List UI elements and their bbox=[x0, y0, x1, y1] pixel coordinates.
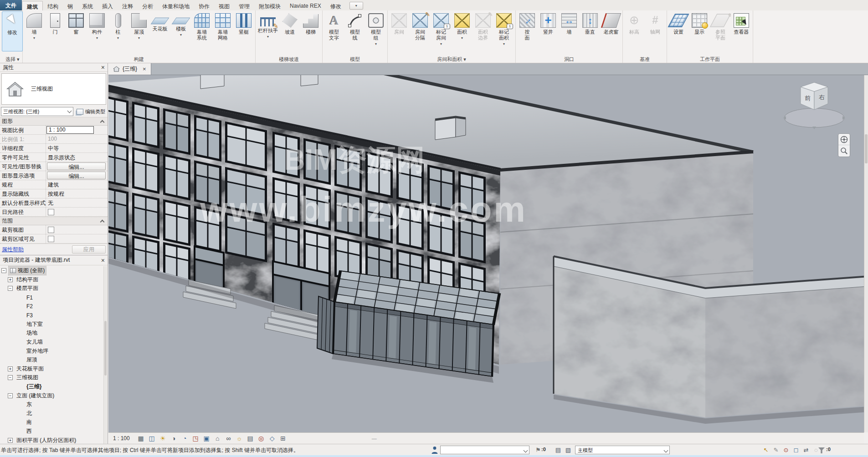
ribbon-button[interactable]: 门 bbox=[45, 11, 66, 54]
apply-button[interactable]: 应用 bbox=[72, 245, 106, 254]
crop-view-icon[interactable]: ◳ bbox=[191, 434, 200, 443]
property-value[interactable]: 100 bbox=[46, 135, 108, 143]
property-section-header[interactable]: 图形 bbox=[0, 117, 108, 126]
type-selector-dropdown[interactable]: 三维视图: {三维} bbox=[1, 107, 73, 116]
browser-tree-item[interactable]: 三维视图 bbox=[0, 373, 108, 382]
browser-tree-item[interactable]: 楼层平面 bbox=[0, 284, 108, 293]
close-icon[interactable] bbox=[101, 257, 105, 264]
browser-tree-item[interactable]: 地下室 bbox=[0, 320, 108, 329]
3d-model-view[interactable]: BIM资源网 www.bimzyw.com bbox=[108, 75, 864, 432]
ribbon-button[interactable]: 按 面 bbox=[517, 11, 538, 54]
view-lock-icon[interactable]: ⌂ bbox=[213, 434, 222, 443]
ribbon-button[interactable]: 楼梯 bbox=[300, 11, 321, 54]
design-option-dropdown[interactable]: 主模型 bbox=[575, 446, 670, 454]
file-menu-tab[interactable]: 文件 bbox=[0, 0, 22, 10]
scrollbar-thumb[interactable] bbox=[865, 134, 868, 163]
ribbon-tab[interactable]: 附加模块 bbox=[254, 1, 285, 10]
ribbon-tab[interactable]: 结构 bbox=[43, 1, 63, 10]
active-workset-dropdown[interactable] bbox=[440, 446, 529, 454]
ribbon-button[interactable]: 窗 bbox=[66, 11, 87, 54]
ribbon-button[interactable]: 轴网 bbox=[645, 11, 666, 54]
ribbon-button[interactable]: 坡道 bbox=[279, 11, 300, 54]
tree-expander-icon[interactable] bbox=[8, 393, 13, 398]
ribbon-panel-label[interactable]: 洞口 bbox=[517, 55, 621, 63]
browser-tree-item[interactable]: 视图 (全部) bbox=[0, 266, 108, 275]
select-pinned-elements-icon[interactable]: ⊙ bbox=[782, 446, 790, 454]
detail-level-icon[interactable]: ▦ bbox=[137, 434, 145, 443]
background-processes-icon[interactable]: ◌ bbox=[812, 446, 820, 454]
rendering-dialog-icon[interactable]: ◔ bbox=[180, 434, 189, 443]
ribbon-button[interactable]: 屋顶 bbox=[128, 11, 149, 54]
browser-tree-item[interactable]: F2 bbox=[0, 302, 108, 311]
worksharing-display-icon[interactable]: ◎ bbox=[257, 434, 266, 443]
scrollbar-splitter-handle[interactable]: — bbox=[372, 436, 377, 441]
temporary-hide-isolate-icon[interactable]: ∞ bbox=[224, 434, 233, 443]
property-value[interactable]: 按规程 bbox=[46, 189, 108, 198]
ribbon-tab[interactable]: 系统 bbox=[77, 1, 98, 10]
property-value[interactable] bbox=[46, 208, 108, 216]
ribbon-tab[interactable]: 体量和场地 bbox=[158, 1, 194, 10]
view-scale-button[interactable]: 1 : 100 bbox=[113, 435, 130, 442]
ribbon-button[interactable]: 竖井 bbox=[538, 11, 559, 54]
ribbon-button[interactable]: 墙 bbox=[559, 11, 580, 54]
property-value[interactable]: 建筑 bbox=[46, 180, 108, 189]
close-view-icon[interactable] bbox=[143, 66, 146, 72]
ribbon-panel-label-select[interactable]: 选择 ▾ bbox=[2, 55, 21, 63]
ribbon-button[interactable]: 幕墙 系统 bbox=[191, 11, 212, 54]
close-icon[interactable] bbox=[101, 64, 105, 71]
browser-tree-item[interactable]: 室外地坪 bbox=[0, 346, 108, 355]
ribbon-button[interactable]: 设置 bbox=[668, 11, 689, 54]
property-value[interactable] bbox=[46, 225, 108, 234]
viewcube[interactable]: 前 右 bbox=[780, 78, 848, 132]
browser-tree-item[interactable]: 女儿墙 bbox=[0, 338, 108, 347]
modify-button[interactable]: 修改 bbox=[2, 11, 23, 51]
property-value[interactable]: 显示原状态 bbox=[46, 153, 108, 162]
reveal-hidden-elements-icon[interactable]: ☼ bbox=[235, 434, 244, 443]
ribbon-button[interactable]: 房间 bbox=[389, 11, 410, 54]
property-value[interactable]: 1 : 100 bbox=[46, 126, 94, 134]
ribbon-button[interactable]: 楼板 bbox=[170, 11, 191, 54]
property-value[interactable]: 中等 bbox=[46, 144, 108, 152]
viewcube-compass-ring[interactable] bbox=[784, 108, 844, 127]
ribbon-button[interactable]: 模型 文字 bbox=[324, 11, 344, 54]
ribbon-button[interactable]: 栏杆扶手 bbox=[257, 11, 279, 54]
ribbon-tab[interactable]: 协作 bbox=[194, 1, 214, 10]
ribbon-button[interactable]: 模型 组 bbox=[365, 11, 386, 54]
browser-tree-item[interactable]: 东 bbox=[0, 400, 108, 409]
ribbon-button[interactable]: 面积 边界 bbox=[473, 11, 493, 54]
tree-expander-icon[interactable] bbox=[1, 268, 6, 273]
browser-tree-item[interactable]: 屋顶 bbox=[0, 355, 108, 365]
ribbon-tab[interactable]: 注释 bbox=[118, 1, 138, 10]
browser-tree-item[interactable]: 西 bbox=[0, 427, 108, 436]
browser-tree-item[interactable]: 天花板平面 bbox=[0, 365, 108, 374]
browser-tree-item[interactable]: {三维} bbox=[0, 382, 108, 391]
ribbon-button[interactable]: 标记 房间 bbox=[431, 11, 452, 54]
ribbon-button[interactable]: 墙 bbox=[24, 11, 45, 54]
ribbon-button[interactable]: 垂直 bbox=[580, 11, 601, 54]
type-preview[interactable]: 三维视图 bbox=[1, 73, 106, 105]
ribbon-button[interactable]: 竖梃 bbox=[233, 11, 254, 54]
properties-help-link[interactable]: 属性帮助 bbox=[2, 246, 24, 254]
tree-expander-icon[interactable] bbox=[8, 366, 13, 371]
tree-expander-icon[interactable] bbox=[8, 277, 13, 282]
shadows-icon[interactable]: ◑ bbox=[169, 434, 178, 443]
ribbon-tab[interactable]: 修改 bbox=[326, 1, 346, 10]
ribbon-panel-label[interactable]: 基准 bbox=[624, 55, 666, 63]
browser-tree-item[interactable]: 北 bbox=[0, 409, 108, 418]
ribbon-button[interactable]: 标记 面积 bbox=[493, 11, 514, 54]
ribbon-tab[interactable]: 钢 bbox=[63, 1, 77, 10]
constraints-icon[interactable]: ⊞ bbox=[279, 434, 288, 443]
navigation-wheel-button[interactable] bbox=[838, 134, 850, 145]
ribbon-tab[interactable]: 插入 bbox=[98, 1, 118, 10]
select-links-icon[interactable]: ↖ bbox=[762, 446, 770, 454]
ribbon-tab[interactable]: 建筑 bbox=[22, 1, 43, 10]
ribbon-button[interactable]: 天花板 bbox=[149, 11, 170, 54]
property-value[interactable] bbox=[46, 234, 108, 243]
ribbon-panel-label[interactable]: 楼梯坡道 bbox=[257, 55, 321, 63]
ribbon-button[interactable]: 柱 bbox=[108, 11, 128, 54]
property-section-header[interactable]: 范围 bbox=[0, 217, 108, 225]
ribbon-tab[interactable]: 分析 bbox=[138, 1, 158, 10]
ribbon-display-toggle-icon[interactable] bbox=[349, 2, 363, 10]
browser-tree-item[interactable]: 立面 (建筑立面) bbox=[0, 391, 108, 400]
ribbon-button[interactable]: 显示 bbox=[689, 11, 710, 54]
